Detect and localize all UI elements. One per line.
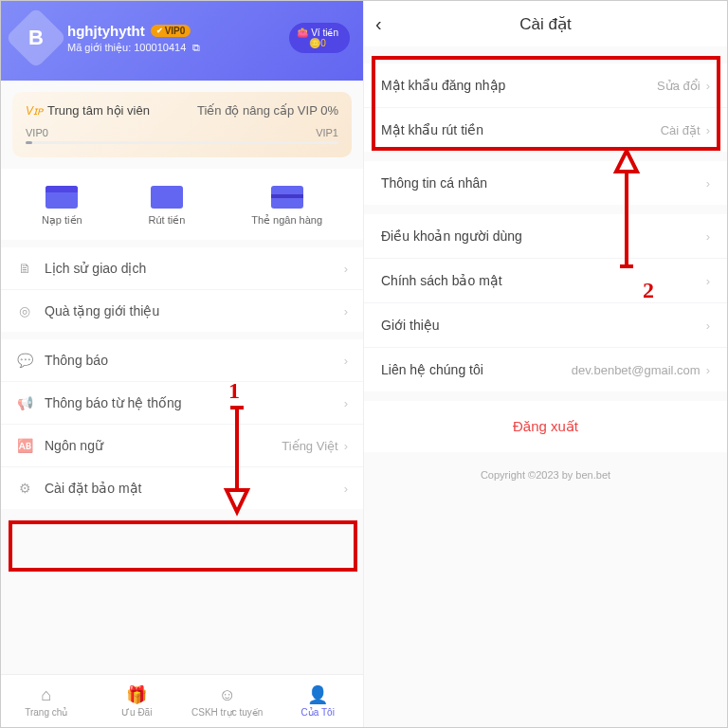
tab-home[interactable]: ⌂Trang chủ <box>1 675 92 727</box>
profile-header: B hghjtyhytht VIP0 Mã giới thiệu: 100010… <box>1 1 363 81</box>
contact[interactable]: Liên hệ chúng tôi dev.benbet@gmail.com› <box>364 347 727 391</box>
referral-code: Mã giới thiệu: 100010414 <box>67 42 186 53</box>
vip-card[interactable]: Trung tâm hội viên Tiến độ nâng cấp VIP … <box>12 92 352 157</box>
withdraw-password[interactable]: Mật khẩu rút tiền Cài đặt› <box>364 107 727 152</box>
chevron-right-icon: › <box>344 262 348 276</box>
settings-header: ‹ Cài đặt <box>364 1 727 46</box>
withdraw-icon <box>151 186 183 209</box>
annotation-box-1 <box>9 520 357 572</box>
withdraw-button[interactable]: Rút tiền <box>149 186 186 227</box>
deposit-button[interactable]: Nạp tiền <box>42 186 82 227</box>
vip-card-title: Trung tâm hội viên <box>26 103 150 118</box>
notification[interactable]: 💬Thông báo › <box>1 339 363 381</box>
settings-title: Cài đặt <box>519 14 571 34</box>
tab-promo[interactable]: 🎁Ưu Đãi <box>92 675 183 727</box>
wallet-icon: 👛 <box>297 27 308 38</box>
profile-screen: B hghjtyhytht VIP0 Mã giới thiệu: 100010… <box>1 1 364 727</box>
language-value: Tiếng Việt <box>282 439 337 453</box>
bank-card-button[interactable]: Thẻ ngân hàng <box>251 186 322 227</box>
copy-icon[interactable]: ⧉ <box>192 42 200 53</box>
gift-icon: 🎁 <box>126 684 147 705</box>
chevron-right-icon: › <box>706 274 710 288</box>
terms[interactable]: Điều khoản người dùng › <box>364 214 727 258</box>
avatar[interactable]: B <box>5 7 66 68</box>
chevron-right-icon: › <box>706 123 710 137</box>
chevron-right-icon: › <box>706 79 710 93</box>
referral-gift[interactable]: ◎Quà tặng giới thiệu › <box>1 289 363 332</box>
vip-progress-bar <box>26 141 338 144</box>
gear-icon: ⚙ <box>16 480 33 497</box>
chevron-right-icon: › <box>344 396 348 410</box>
vip-to: VIP1 <box>316 127 338 138</box>
chevron-right-icon: › <box>706 229 710 244</box>
login-password[interactable]: Mật khẩu đăng nhập Sửa đổi› <box>364 64 727 107</box>
vip-progress-text: Tiến độ nâng cấp VIP 0% <box>197 103 338 118</box>
message-icon: 💬 <box>16 352 33 369</box>
chevron-right-icon: › <box>706 363 710 377</box>
language-icon: 🆎 <box>16 437 33 454</box>
tab-bar: ⌂Trang chủ 🎁Ưu Đãi ☺CSKH trực tuyến 👤Của… <box>1 674 363 727</box>
copyright: Copyright ©2023 by ben.bet <box>364 452 727 498</box>
vip-from: VIP0 <box>26 127 48 138</box>
document-icon: 🗎 <box>16 260 33 277</box>
chevron-right-icon: › <box>344 482 348 496</box>
language[interactable]: 🆎Ngôn ngữ Tiếng Việt› <box>1 424 363 466</box>
about[interactable]: Giới thiệu › <box>364 302 727 347</box>
settings-screen: ‹ Cài đặt Mật khẩu đăng nhập Sửa đổi› Mậ… <box>364 1 727 727</box>
wallet-button[interactable]: 👛Ví tiền 🪙0 <box>289 23 350 53</box>
tab-mine[interactable]: 👤Của Tôi <box>273 675 364 727</box>
username: hghjtyhytht <box>67 23 145 39</box>
personal-info[interactable]: Thông tin cá nhân › <box>364 161 727 205</box>
home-icon: ⌂ <box>41 685 51 705</box>
chevron-right-icon: › <box>344 304 348 318</box>
user-icon: 👤 <box>307 684 328 705</box>
wallet-balance: 0 <box>320 38 326 48</box>
tab-support[interactable]: ☺CSKH trực tuyến <box>182 675 273 727</box>
back-icon[interactable]: ‹ <box>375 13 382 35</box>
transaction-history[interactable]: 🗎Lịch sử giao dịch › <box>1 247 363 289</box>
privacy[interactable]: Chính sách bảo mật › <box>364 258 727 302</box>
speaker-icon: 📢 <box>16 394 33 411</box>
chevron-right-icon: › <box>706 318 710 333</box>
security-settings[interactable]: ⚙Cài đặt bảo mật › <box>1 466 363 509</box>
vip-badge: VIP0 <box>151 25 191 37</box>
credit-card-icon <box>271 186 303 209</box>
system-notification[interactable]: 📢Thông báo từ hệ thống › <box>1 381 363 424</box>
chevron-right-icon: › <box>344 354 348 368</box>
support-icon: ☺ <box>219 685 236 705</box>
chevron-right-icon: › <box>344 439 348 453</box>
coin-icon: ◎ <box>16 302 33 319</box>
wallet-icon <box>46 186 78 209</box>
logout-button[interactable]: Đăng xuất <box>364 401 727 452</box>
chevron-right-icon: › <box>706 176 710 191</box>
